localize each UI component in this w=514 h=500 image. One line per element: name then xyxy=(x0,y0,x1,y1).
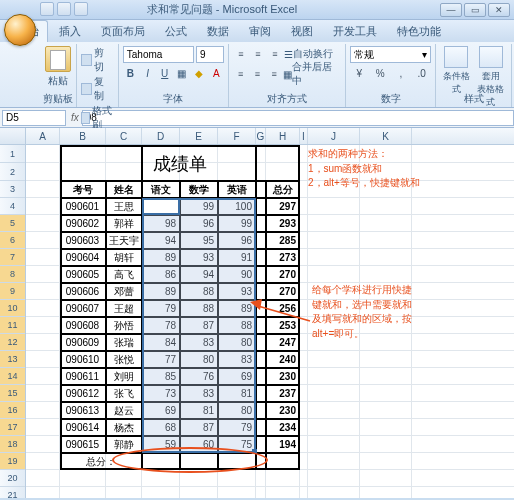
table-cell[interactable]: 256 xyxy=(266,300,300,317)
table-cell[interactable]: 85 xyxy=(142,368,180,385)
table-cell[interactable]: 090608 xyxy=(60,317,106,334)
row-header[interactable]: 18 xyxy=(0,436,25,453)
table-cell[interactable]: 80 xyxy=(180,351,218,368)
table-cell[interactable]: 234 xyxy=(266,419,300,436)
table-cell[interactable]: 刘明 xyxy=(106,368,142,385)
table-cell[interactable]: 090613 xyxy=(60,402,106,419)
table-cell[interactable]: 张飞 xyxy=(106,385,142,402)
row-header[interactable]: 20 xyxy=(0,470,25,487)
formula-input[interactable]: 98 xyxy=(82,110,514,126)
row-header[interactable]: 9 xyxy=(0,283,25,300)
tab-6[interactable]: 视图 xyxy=(282,20,322,42)
tab-4[interactable]: 数据 xyxy=(198,20,238,42)
table-cell[interactable]: 89 xyxy=(142,283,180,300)
table-cell[interactable]: 237 xyxy=(266,385,300,402)
paste-icon[interactable] xyxy=(45,46,71,72)
table-cell[interactable]: 99 xyxy=(218,215,256,232)
table-cell[interactable]: 68 xyxy=(142,419,180,436)
row-header[interactable]: 6 xyxy=(0,232,25,249)
row-header[interactable]: 1 xyxy=(0,145,25,163)
table-cell[interactable]: 090611 xyxy=(60,368,106,385)
table-cell[interactable] xyxy=(256,419,266,436)
table-cell[interactable]: 090612 xyxy=(60,385,106,402)
table-cell[interactable]: 89 xyxy=(218,300,256,317)
table-cell[interactable]: 98 xyxy=(142,215,180,232)
row-header[interactable]: 14 xyxy=(0,368,25,385)
fill-color-button[interactable]: ◆ xyxy=(191,65,206,81)
comma-icon[interactable]: , xyxy=(392,65,411,81)
border-button[interactable]: ▦ xyxy=(174,65,189,81)
table-cell[interactable]: 张瑞 xyxy=(106,334,142,351)
table-cell[interactable]: 80 xyxy=(218,402,256,419)
tab-7[interactable]: 开发工具 xyxy=(324,20,386,42)
qat-save-icon[interactable] xyxy=(40,2,54,16)
font-name-select[interactable]: Tahoma xyxy=(123,46,194,63)
table-cell[interactable] xyxy=(256,249,266,266)
table-cell[interactable]: 91 xyxy=(218,249,256,266)
row-header[interactable]: 16 xyxy=(0,402,25,419)
table-cell[interactable]: 79 xyxy=(218,419,256,436)
table-cell[interactable]: 99 xyxy=(180,198,218,215)
table-cell[interactable] xyxy=(256,317,266,334)
table-cell[interactable]: 89 xyxy=(142,249,180,266)
table-cell[interactable]: 83 xyxy=(180,385,218,402)
col-header[interactable]: H xyxy=(266,128,300,144)
table-cell[interactable] xyxy=(256,300,266,317)
table-cell[interactable]: 95 xyxy=(180,232,218,249)
table-cell[interactable]: 090605 xyxy=(60,266,106,283)
col-header[interactable]: E xyxy=(180,128,218,144)
table-cell[interactable]: 230 xyxy=(266,402,300,419)
row-header[interactable]: 4 xyxy=(0,198,25,215)
worksheet[interactable]: ABCDEFGHIJK 1234567891011121314151617181… xyxy=(0,128,514,498)
table-cell[interactable]: 273 xyxy=(266,249,300,266)
row-header[interactable]: 2 xyxy=(0,163,25,181)
col-header[interactable]: A xyxy=(26,128,60,144)
cut-button[interactable]: 剪切 xyxy=(81,46,114,74)
table-cell[interactable]: 88 xyxy=(180,283,218,300)
qat-undo-icon[interactable] xyxy=(57,2,71,16)
table-cell[interactable] xyxy=(256,266,266,283)
table-cell[interactable]: 090607 xyxy=(60,300,106,317)
name-box[interactable]: D5 xyxy=(2,110,66,126)
row-header[interactable]: 11 xyxy=(0,317,25,334)
table-cell[interactable]: 杨杰 xyxy=(106,419,142,436)
table-cell[interactable]: 郭祥 xyxy=(106,215,142,232)
table-cell[interactable]: 60 xyxy=(180,436,218,453)
row-header[interactable]: 10 xyxy=(0,300,25,317)
table-cell[interactable] xyxy=(256,385,266,402)
minimize-button[interactable]: — xyxy=(440,3,462,17)
percent-icon[interactable]: % xyxy=(371,65,390,81)
number-format-select[interactable]: 常规▾ xyxy=(350,46,431,63)
merge-center-button[interactable]: ▦ 合并后居中 xyxy=(283,66,341,82)
row-header[interactable]: 8 xyxy=(0,266,25,283)
table-cell[interactable]: 090614 xyxy=(60,419,106,436)
table-cell[interactable] xyxy=(256,334,266,351)
align-bot-icon[interactable]: ≡ xyxy=(267,46,283,62)
tab-3[interactable]: 公式 xyxy=(156,20,196,42)
table-cell[interactable] xyxy=(256,215,266,232)
table-cell[interactable] xyxy=(256,436,266,453)
table-cell[interactable]: 王天宇 xyxy=(106,232,142,249)
table-cell[interactable]: 84 xyxy=(142,334,180,351)
table-cell[interactable]: 86 xyxy=(142,266,180,283)
table-cell[interactable]: 孙悟 xyxy=(106,317,142,334)
table-cell[interactable]: 297 xyxy=(266,198,300,215)
inc-dec-icon[interactable]: .0 xyxy=(412,65,431,81)
table-cell[interactable]: 96 xyxy=(218,232,256,249)
bold-button[interactable]: B xyxy=(123,65,138,81)
tab-8[interactable]: 特色功能 xyxy=(388,20,450,42)
table-cell[interactable]: 79 xyxy=(142,300,180,317)
table-cell[interactable]: 87 xyxy=(180,419,218,436)
row-header[interactable]: 15 xyxy=(0,385,25,402)
table-cell[interactable]: 王超 xyxy=(106,300,142,317)
table-cell[interactable]: 76 xyxy=(180,368,218,385)
row-header[interactable]: 19 xyxy=(0,453,25,470)
align-center-icon[interactable]: ≡ xyxy=(250,66,266,82)
copy-button[interactable]: 复制 xyxy=(81,75,114,103)
table-cell[interactable]: 93 xyxy=(180,249,218,266)
table-cell[interactable]: 090602 xyxy=(60,215,106,232)
table-cell[interactable] xyxy=(256,402,266,419)
table-cell[interactable] xyxy=(256,232,266,249)
table-cell[interactable] xyxy=(256,198,266,215)
align-mid-icon[interactable]: ≡ xyxy=(250,46,266,62)
